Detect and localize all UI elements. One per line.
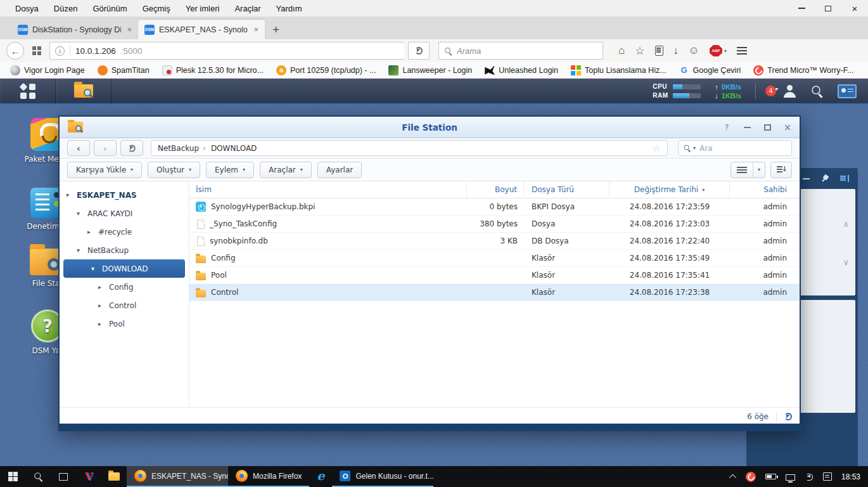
browser-search-input[interactable] <box>457 46 597 56</box>
tab-close-icon[interactable]: × <box>125 25 133 34</box>
menu-item[interactable]: Araçlar <box>228 2 267 15</box>
column-header-owner[interactable]: Sahibi <box>730 181 800 198</box>
url-bar[interactable]: i 10.0.1.206:5000 <box>49 42 404 60</box>
pin-icon[interactable] <box>821 175 829 183</box>
file-search-box[interactable]: ▾ <box>678 140 792 156</box>
close-button[interactable]: × <box>782 122 793 133</box>
bookmark-item[interactable]: Vigor Login Page <box>5 65 90 75</box>
chevron-up-icon[interactable]: ∧ <box>843 219 849 229</box>
tree-item[interactable]: NetBackup <box>60 241 189 259</box>
table-row[interactable]: Pool Klasör 24.08.2016 17:35:41 admin <box>189 267 800 284</box>
file-explorer-button[interactable] <box>101 466 127 487</box>
browser-tab[interactable]: DSM DiskStation - Synology Dis... × <box>11 20 138 39</box>
window-titlebar[interactable]: File Station ? × <box>60 117 800 138</box>
bookmark-item[interactable]: SpamTitan <box>93 65 155 75</box>
refresh-icon[interactable] <box>784 413 792 420</box>
tree-expander-icon[interactable] <box>77 210 83 217</box>
bookmark-item[interactable]: Lansweeper - Login <box>383 65 477 75</box>
reload-button[interactable] <box>408 42 430 60</box>
table-row[interactable]: synobkpinfo.db 3 KB DB Dosya 24.08.2016 … <box>189 233 800 250</box>
bookmarks-menu-icon[interactable] <box>655 46 663 56</box>
taskbar-file-station-button[interactable] <box>56 79 112 104</box>
toolbar-button[interactable]: Karşıya Yükle ▾ <box>67 162 142 178</box>
tab-close-icon[interactable]: × <box>252 25 260 34</box>
downloads-icon[interactable]: ↓ <box>673 45 679 56</box>
breadcrumb[interactable]: NetBackup DOWNLOAD ☆ <box>151 140 668 156</box>
home-icon[interactable]: ⌂ <box>618 44 625 57</box>
back-button[interactable]: ← <box>6 42 24 60</box>
window-close-button[interactable]: × <box>841 0 868 16</box>
tree-expander-icon[interactable] <box>98 302 105 309</box>
breadcrumb-item[interactable]: NetBackup <box>158 144 199 153</box>
taskbar-app-button[interactable]: Mozilla Firefox <box>228 466 309 487</box>
action-center-icon[interactable] <box>823 472 832 481</box>
chevron-down-icon[interactable]: ∨ <box>843 257 849 267</box>
column-header-size[interactable]: Boyut <box>467 181 524 198</box>
antivirus-tray-icon[interactable] <box>746 472 756 482</box>
bookmark-item[interactable]: Trend Micro™ Worry-F... <box>748 65 858 75</box>
sort-button[interactable] <box>770 162 792 178</box>
tree-expander-icon[interactable] <box>91 265 98 272</box>
tree-expander-icon[interactable] <box>66 192 72 198</box>
table-row[interactable]: SynologyHyperBackup.bkpi 0 bytes BKPI Do… <box>189 198 800 216</box>
tree-item[interactable]: #recycle <box>60 223 189 241</box>
smiley-addon-icon[interactable]: ☺ <box>689 44 699 57</box>
taskbar-search-button[interactable] <box>25 466 51 487</box>
battery-icon[interactable] <box>765 474 776 479</box>
file-search-input[interactable] <box>699 144 787 153</box>
menu-item[interactable]: Görünüm <box>86 2 133 15</box>
page-grid-button[interactable] <box>28 42 46 60</box>
table-row[interactable]: Control Klasör 24.08.2016 17:23:38 admin <box>189 284 800 301</box>
tree-expander-icon[interactable] <box>77 247 83 254</box>
tree-expander-icon[interactable] <box>98 320 105 327</box>
new-tab-button[interactable]: + <box>265 23 288 39</box>
v-app-button[interactable]: V <box>76 466 101 487</box>
bookmark-item[interactable]: Unleashed Login <box>480 65 563 75</box>
back-button[interactable]: ‹ <box>67 140 90 156</box>
start-button[interactable] <box>0 466 25 487</box>
window-minimize-button[interactable] <box>788 0 815 16</box>
column-header-type[interactable]: Dosya Türü <box>524 181 610 198</box>
maximize-button[interactable] <box>762 122 773 133</box>
menu-item[interactable]: Geçmiş <box>136 2 177 15</box>
resource-meter[interactable]: CPU RAM <box>653 83 701 99</box>
speaker-icon[interactable] <box>805 473 814 481</box>
tray-expand-icon[interactable] <box>729 474 736 481</box>
tree-item[interactable]: Control <box>60 296 189 315</box>
bookmark-item[interactable]: Plesk 12.5.30 for Micro... <box>157 65 269 75</box>
minimize-button[interactable] <box>741 122 753 133</box>
tree-expander-icon[interactable] <box>87 228 94 235</box>
menu-item[interactable]: Dosya <box>9 2 45 15</box>
widgets-button[interactable] <box>838 84 857 98</box>
menu-item[interactable]: Yardım <box>270 2 309 15</box>
user-menu-button[interactable] <box>784 85 796 98</box>
taskbar-app-button[interactable]: O Gelen Kutusu - onur.t... <box>332 466 433 487</box>
view-mode-button[interactable]: ▾ <box>731 162 765 178</box>
window-maximize-button[interactable] <box>815 0 841 16</box>
taskbar-app-button[interactable]: ESKAPET_NAS - Synol... <box>127 466 228 487</box>
widget-collapse-icon[interactable] <box>840 175 849 182</box>
toolbar-button[interactable]: Oluştur ▾ <box>148 162 200 178</box>
menu-item[interactable]: Yer imleri <box>179 2 226 15</box>
chevron-down-icon[interactable]: ▾ <box>693 145 696 151</box>
tree-item[interactable]: ARAC KAYDI <box>60 204 189 223</box>
bookmark-star-icon[interactable]: ☆ <box>635 44 644 58</box>
adblock-button[interactable]: ABP ▾ <box>710 45 727 56</box>
network-icon[interactable] <box>786 474 795 481</box>
table-row[interactable]: _Syno_TaskConfig 380 bytes Dosya 24.08.2… <box>189 216 800 233</box>
tree-expander-icon[interactable] <box>98 283 105 290</box>
column-header-name[interactable]: İsim <box>189 181 467 198</box>
task-view-button[interactable] <box>51 466 76 487</box>
browser-tab[interactable]: DSM ESKAPET_NAS - Synology ... × <box>138 20 265 39</box>
taskbar-clock[interactable]: 18:53 <box>841 472 860 481</box>
toolbar-button[interactable]: Ayarlar ▾ <box>317 162 362 178</box>
bookmark-item[interactable]: Toplu Lisanslama Hiz... <box>566 65 672 75</box>
forward-button[interactable]: › <box>94 140 117 156</box>
main-menu-button[interactable] <box>0 79 56 104</box>
taskbar-app-button[interactable]: e <box>309 466 332 487</box>
bookmark-item[interactable]: Port 10259 (tcp/udp) - ... <box>271 65 381 75</box>
browser-search-box[interactable] <box>438 42 603 60</box>
hamburger-menu-icon[interactable] <box>737 47 747 55</box>
menu-item[interactable]: Düzen <box>48 2 84 15</box>
toolbar-button[interactable]: Eylem ▾ <box>206 162 254 178</box>
